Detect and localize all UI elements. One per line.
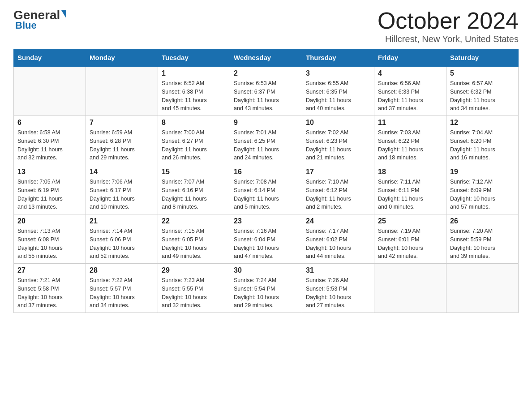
weekday-header-cell: Friday xyxy=(374,49,446,67)
title-section: October 2024 Hillcrest, New York, United… xyxy=(378,9,519,44)
weekday-header-cell: Monday xyxy=(86,49,158,67)
calendar-cell: 11Sunrise: 7:03 AM Sunset: 6:22 PM Dayli… xyxy=(374,116,446,165)
calendar-cell: 6Sunrise: 6:58 AM Sunset: 6:30 PM Daylig… xyxy=(14,116,86,165)
calendar-cell: 20Sunrise: 7:13 AM Sunset: 6:08 PM Dayli… xyxy=(14,214,86,264)
day-info: Sunrise: 7:26 AM Sunset: 5:53 PM Dayligh… xyxy=(306,276,370,310)
day-number: 29 xyxy=(162,266,226,274)
day-number: 12 xyxy=(450,119,515,127)
day-number: 9 xyxy=(234,119,298,127)
day-info: Sunrise: 7:04 AM Sunset: 6:20 PM Dayligh… xyxy=(450,128,515,162)
day-number: 10 xyxy=(306,119,370,127)
day-info: Sunrise: 7:17 AM Sunset: 6:02 PM Dayligh… xyxy=(306,227,370,261)
day-number: 21 xyxy=(90,217,154,225)
weekday-header-cell: Saturday xyxy=(446,49,519,67)
calendar-cell: 14Sunrise: 7:06 AM Sunset: 6:17 PM Dayli… xyxy=(86,165,158,214)
calendar-cell: 3Sunrise: 6:55 AM Sunset: 6:35 PM Daylig… xyxy=(302,66,374,116)
day-number: 17 xyxy=(306,168,370,176)
calendar-cell xyxy=(374,264,446,313)
day-info: Sunrise: 7:21 AM Sunset: 5:58 PM Dayligh… xyxy=(17,276,82,310)
day-info: Sunrise: 6:56 AM Sunset: 6:33 PM Dayligh… xyxy=(378,79,442,113)
calendar-cell: 25Sunrise: 7:19 AM Sunset: 6:01 PM Dayli… xyxy=(374,214,446,264)
calendar-cell xyxy=(86,66,158,116)
day-number: 13 xyxy=(17,168,82,176)
calendar-cell xyxy=(14,66,86,116)
day-info: Sunrise: 6:55 AM Sunset: 6:35 PM Dayligh… xyxy=(306,79,370,113)
day-number: 26 xyxy=(450,217,515,225)
calendar-week-row: 27Sunrise: 7:21 AM Sunset: 5:58 PM Dayli… xyxy=(14,264,519,313)
day-info: Sunrise: 7:08 AM Sunset: 6:14 PM Dayligh… xyxy=(234,178,298,211)
day-number: 11 xyxy=(378,119,442,127)
logo-blue: Blue xyxy=(13,20,37,31)
calendar-cell: 21Sunrise: 7:14 AM Sunset: 6:06 PM Dayli… xyxy=(86,214,158,264)
day-info: Sunrise: 6:52 AM Sunset: 6:38 PM Dayligh… xyxy=(162,79,226,113)
day-number: 3 xyxy=(306,69,370,77)
calendar-cell: 12Sunrise: 7:04 AM Sunset: 6:20 PM Dayli… xyxy=(446,116,519,165)
day-number: 19 xyxy=(450,168,515,176)
day-info: Sunrise: 7:23 AM Sunset: 5:55 PM Dayligh… xyxy=(162,276,226,310)
day-info: Sunrise: 6:53 AM Sunset: 6:37 PM Dayligh… xyxy=(234,79,298,113)
calendar-cell: 30Sunrise: 7:24 AM Sunset: 5:54 PM Dayli… xyxy=(230,264,302,313)
calendar-cell: 9Sunrise: 7:01 AM Sunset: 6:25 PM Daylig… xyxy=(230,116,302,165)
calendar-cell: 19Sunrise: 7:12 AM Sunset: 6:09 PM Dayli… xyxy=(446,165,519,214)
logo: General Blue xyxy=(13,9,66,31)
calendar-cell: 10Sunrise: 7:02 AM Sunset: 6:23 PM Dayli… xyxy=(302,116,374,165)
day-number: 4 xyxy=(378,69,442,77)
day-info: Sunrise: 6:57 AM Sunset: 6:32 PM Dayligh… xyxy=(450,79,515,113)
day-number: 5 xyxy=(450,69,515,77)
day-number: 31 xyxy=(306,266,370,274)
calendar-body: 1Sunrise: 6:52 AM Sunset: 6:38 PM Daylig… xyxy=(14,66,519,313)
day-number: 14 xyxy=(90,168,154,176)
day-info: Sunrise: 7:16 AM Sunset: 6:04 PM Dayligh… xyxy=(234,227,298,261)
day-number: 24 xyxy=(306,217,370,225)
day-number: 30 xyxy=(234,266,298,274)
day-info: Sunrise: 7:12 AM Sunset: 6:09 PM Dayligh… xyxy=(450,178,515,211)
day-number: 23 xyxy=(234,217,298,225)
weekday-header-cell: Tuesday xyxy=(158,49,230,67)
calendar-week-row: 1Sunrise: 6:52 AM Sunset: 6:38 PM Daylig… xyxy=(14,66,519,116)
calendar-cell: 7Sunrise: 6:59 AM Sunset: 6:28 PM Daylig… xyxy=(86,116,158,165)
day-number: 1 xyxy=(162,69,226,77)
day-info: Sunrise: 7:05 AM Sunset: 6:19 PM Dayligh… xyxy=(17,178,82,211)
day-info: Sunrise: 7:11 AM Sunset: 6:11 PM Dayligh… xyxy=(378,178,442,211)
day-info: Sunrise: 7:13 AM Sunset: 6:08 PM Dayligh… xyxy=(17,227,82,261)
calendar-week-row: 20Sunrise: 7:13 AM Sunset: 6:08 PM Dayli… xyxy=(14,214,519,264)
day-number: 20 xyxy=(17,217,82,225)
day-info: Sunrise: 7:15 AM Sunset: 6:05 PM Dayligh… xyxy=(162,227,226,261)
day-number: 18 xyxy=(378,168,442,176)
day-number: 27 xyxy=(17,266,82,274)
weekday-header-cell: Sunday xyxy=(14,49,86,67)
day-number: 25 xyxy=(378,217,442,225)
day-info: Sunrise: 7:10 AM Sunset: 6:12 PM Dayligh… xyxy=(306,178,370,211)
day-info: Sunrise: 7:03 AM Sunset: 6:22 PM Dayligh… xyxy=(378,128,442,162)
day-info: Sunrise: 6:58 AM Sunset: 6:30 PM Dayligh… xyxy=(17,128,82,162)
day-number: 6 xyxy=(17,119,82,127)
day-info: Sunrise: 7:07 AM Sunset: 6:16 PM Dayligh… xyxy=(162,178,226,211)
weekday-header-cell: Thursday xyxy=(302,49,374,67)
calendar-cell: 1Sunrise: 6:52 AM Sunset: 6:38 PM Daylig… xyxy=(158,66,230,116)
day-info: Sunrise: 7:02 AM Sunset: 6:23 PM Dayligh… xyxy=(306,128,370,162)
day-number: 28 xyxy=(90,266,154,274)
calendar-cell xyxy=(446,264,519,313)
day-info: Sunrise: 7:20 AM Sunset: 5:59 PM Dayligh… xyxy=(450,227,515,261)
weekday-header-row: SundayMondayTuesdayWednesdayThursdayFrid… xyxy=(14,49,519,67)
day-number: 22 xyxy=(162,217,226,225)
calendar-cell: 8Sunrise: 7:00 AM Sunset: 6:27 PM Daylig… xyxy=(158,116,230,165)
day-info: Sunrise: 7:24 AM Sunset: 5:54 PM Dayligh… xyxy=(234,276,298,310)
calendar-cell: 26Sunrise: 7:20 AM Sunset: 5:59 PM Dayli… xyxy=(446,214,519,264)
calendar-cell: 29Sunrise: 7:23 AM Sunset: 5:55 PM Dayli… xyxy=(158,264,230,313)
calendar-cell: 4Sunrise: 6:56 AM Sunset: 6:33 PM Daylig… xyxy=(374,66,446,116)
day-number: 15 xyxy=(162,168,226,176)
calendar-cell: 18Sunrise: 7:11 AM Sunset: 6:11 PM Dayli… xyxy=(374,165,446,214)
calendar-cell: 28Sunrise: 7:22 AM Sunset: 5:57 PM Dayli… xyxy=(86,264,158,313)
day-info: Sunrise: 7:00 AM Sunset: 6:27 PM Dayligh… xyxy=(162,128,226,162)
calendar-cell: 31Sunrise: 7:26 AM Sunset: 5:53 PM Dayli… xyxy=(302,264,374,313)
calendar-cell: 5Sunrise: 6:57 AM Sunset: 6:32 PM Daylig… xyxy=(446,66,519,116)
calendar-cell: 17Sunrise: 7:10 AM Sunset: 6:12 PM Dayli… xyxy=(302,165,374,214)
day-info: Sunrise: 7:22 AM Sunset: 5:57 PM Dayligh… xyxy=(90,276,154,310)
page-header: General Blue October 2024 Hillcrest, New… xyxy=(13,9,519,44)
month-title: October 2024 xyxy=(378,9,519,32)
calendar-week-row: 13Sunrise: 7:05 AM Sunset: 6:19 PM Dayli… xyxy=(14,165,519,214)
day-info: Sunrise: 6:59 AM Sunset: 6:28 PM Dayligh… xyxy=(90,128,154,162)
calendar-cell: 22Sunrise: 7:15 AM Sunset: 6:05 PM Dayli… xyxy=(158,214,230,264)
calendar-cell: 13Sunrise: 7:05 AM Sunset: 6:19 PM Dayli… xyxy=(14,165,86,214)
